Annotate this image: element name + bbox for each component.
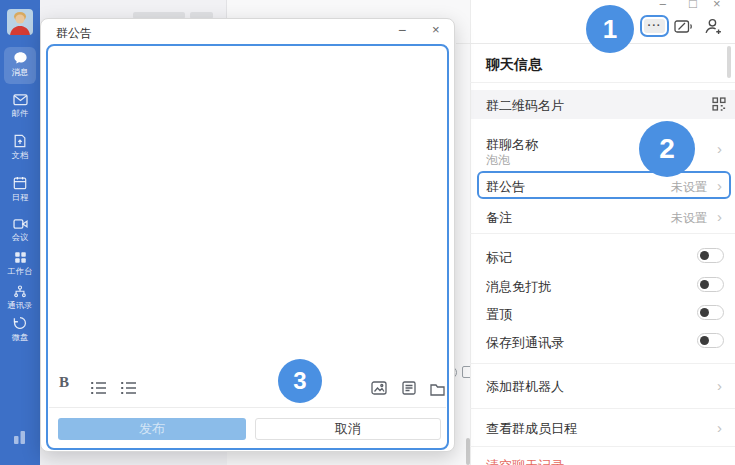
mail-icon bbox=[0, 93, 40, 106]
qr-card-label: 群二维码名片 bbox=[486, 97, 564, 115]
annotation-step-1: 1 bbox=[586, 5, 634, 53]
dialog-minimize-button[interactable]: − bbox=[398, 22, 406, 38]
chevron-right-icon: › bbox=[717, 209, 722, 224]
avatar[interactable] bbox=[7, 9, 33, 35]
sidebar-item-label: 邮件 bbox=[2, 108, 39, 120]
more-button[interactable]: ··· bbox=[644, 19, 665, 33]
docs-icon bbox=[0, 134, 40, 148]
sidebar-item-label: 文档 bbox=[2, 150, 39, 162]
save-contacts-toggle[interactable] bbox=[697, 333, 724, 348]
ordered-list-icon[interactable] bbox=[90, 381, 107, 399]
add-robot-label: 添加群机器人 bbox=[486, 378, 564, 396]
chevron-right-icon: › bbox=[717, 420, 722, 435]
window-close-button[interactable]: × bbox=[713, 0, 721, 10]
dialog-close-button[interactable]: × bbox=[432, 22, 440, 37]
sidebar: 消息 邮件 文档 日程 会议 bbox=[0, 0, 40, 465]
divider bbox=[470, 446, 735, 447]
clear-history-link[interactable]: 清空聊天记录 bbox=[486, 457, 564, 465]
panel-scrollbar[interactable] bbox=[727, 46, 731, 78]
toggle-knob bbox=[700, 308, 709, 317]
member-schedule-row[interactable]: 查看群成员日程 › bbox=[470, 412, 735, 442]
member-schedule-label: 查看群成员日程 bbox=[486, 420, 577, 438]
workbench-icon bbox=[0, 251, 40, 264]
chevron-right-icon: › bbox=[717, 178, 722, 193]
window-maximize-button[interactable]: □ bbox=[689, 0, 697, 10]
chevron-right-icon: › bbox=[717, 141, 722, 156]
sidebar-item-label: 工作台 bbox=[2, 266, 39, 278]
sidebar-item-label: 微盘 bbox=[2, 332, 39, 344]
divider bbox=[470, 363, 735, 364]
insert-file-icon[interactable] bbox=[430, 382, 445, 400]
save-contacts-label: 保存到通讯录 bbox=[486, 334, 564, 352]
insert-image-icon[interactable] bbox=[371, 381, 387, 399]
sidebar-item-workbench[interactable]: 工作台 bbox=[0, 251, 40, 278]
annotation-step-2: 2 bbox=[639, 121, 695, 177]
divider bbox=[470, 233, 735, 234]
toggle-knob bbox=[700, 251, 709, 260]
sidebar-item-label: 会议 bbox=[2, 232, 39, 244]
pin-toggle[interactable] bbox=[697, 305, 724, 320]
add-robot-row[interactable]: 添加群机器人 › bbox=[470, 370, 735, 400]
announcement-label: 群公告 bbox=[486, 178, 525, 196]
bullet-list-icon[interactable] bbox=[120, 381, 137, 399]
panel-divider bbox=[226, 0, 227, 18]
group-announcement-row[interactable]: 群公告 未设置 › bbox=[470, 172, 735, 199]
sidebar-item-messages[interactable]: 消息 bbox=[0, 51, 40, 79]
sidebar-item-label: 消息 bbox=[2, 67, 39, 79]
announcement-value: 未设置 bbox=[671, 179, 707, 196]
dialog-title: 群公告 bbox=[56, 25, 92, 42]
group-name-value: 泡泡 bbox=[486, 152, 510, 169]
drive-icon bbox=[0, 316, 40, 330]
bold-button[interactable]: B bbox=[59, 374, 69, 391]
chat-bubble-icon bbox=[0, 51, 40, 65]
group-name-row[interactable]: 群聊名称 泡泡 › bbox=[470, 128, 735, 166]
note-label: 备注 bbox=[486, 209, 512, 227]
qr-card-row[interactable]: 群二维码名片 bbox=[471, 90, 735, 119]
panel-title: 聊天信息 bbox=[486, 56, 542, 74]
sidebar-item-contacts[interactable]: 通讯录 bbox=[0, 285, 40, 312]
insert-doc-icon[interactable] bbox=[402, 381, 416, 399]
avatar-image bbox=[7, 9, 33, 35]
publish-button[interactable]: 发布 bbox=[58, 418, 246, 440]
calendar-icon bbox=[0, 176, 40, 190]
sidebar-item-mail[interactable]: 邮件 bbox=[0, 93, 40, 120]
sidebar-item-meeting[interactable]: 会议 bbox=[0, 218, 40, 244]
mute-label: 消息免打扰 bbox=[486, 278, 551, 296]
mark-toggle[interactable] bbox=[697, 248, 724, 263]
sidebar-item-label: 通讯录 bbox=[2, 300, 39, 312]
sidebar-item-drive[interactable]: 微盘 bbox=[0, 316, 40, 344]
mute-toggle[interactable] bbox=[697, 277, 724, 292]
app-window: 消息 邮件 文档 日程 会议 bbox=[0, 0, 735, 465]
add-member-icon[interactable] bbox=[704, 17, 723, 40]
contacts-icon bbox=[0, 285, 40, 298]
cancel-button[interactable]: 取消 bbox=[255, 418, 441, 440]
sidebar-item-docs[interactable]: 文档 bbox=[0, 134, 40, 162]
window-minimize-button[interactable]: − bbox=[659, 0, 667, 11]
chevron-right-icon: › bbox=[717, 378, 722, 393]
sidebar-item-label: 日程 bbox=[2, 192, 39, 204]
dialog-divider bbox=[49, 407, 446, 408]
divider bbox=[470, 82, 735, 83]
note-value: 未设置 bbox=[671, 210, 707, 227]
more-button-highlight: ··· bbox=[640, 15, 669, 37]
video-call-icon[interactable] bbox=[674, 19, 694, 39]
meeting-icon bbox=[0, 218, 40, 230]
note-row[interactable]: 备注 未设置 › bbox=[470, 203, 735, 229]
toggle-knob bbox=[700, 280, 709, 289]
divider bbox=[470, 408, 735, 409]
sidebar-item-calendar[interactable]: 日程 bbox=[0, 176, 40, 204]
qr-code-icon bbox=[712, 97, 726, 115]
pin-label: 置顶 bbox=[486, 306, 512, 324]
stats-icon[interactable] bbox=[12, 428, 28, 449]
toggle-knob bbox=[700, 336, 709, 345]
mark-label: 标记 bbox=[486, 249, 512, 267]
annotation-step-3: 3 bbox=[278, 359, 322, 403]
